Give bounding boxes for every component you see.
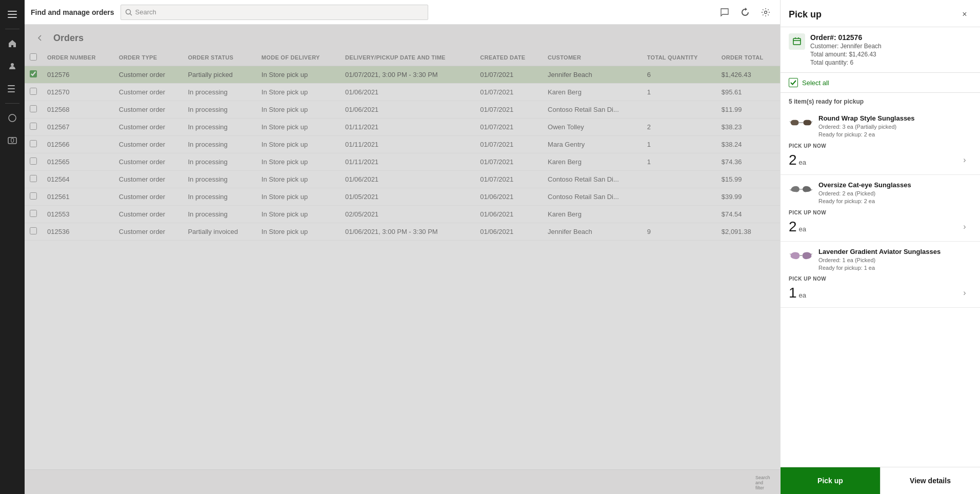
qty-unit: ea xyxy=(799,159,806,166)
svg-rect-19 xyxy=(791,120,799,126)
order-details: Order#: 012576 Customer: Jennifer Beach … xyxy=(810,33,882,66)
item-name: Oversize Cat-eye Sunglasses xyxy=(818,181,972,189)
svg-line-22 xyxy=(790,121,791,123)
svg-rect-20 xyxy=(803,120,811,126)
item-image xyxy=(789,114,813,131)
order-number: Order#: 012576 xyxy=(810,33,882,42)
svg-text:0: 0 xyxy=(10,136,14,144)
nav-list-icon[interactable] xyxy=(2,78,23,99)
pickup-panel: Pick up × Order#: 012576 Customer: Jenni… xyxy=(780,0,980,494)
pickup-now-label: PICK UP NOW xyxy=(789,143,972,149)
item-ordered: Ordered: 2 ea (Picked) xyxy=(818,190,972,197)
item-chevron-right[interactable]: › xyxy=(957,153,972,167)
app-title: Find and manage orders xyxy=(31,8,114,16)
qty-number: 1 xyxy=(789,285,797,301)
panel-footer: Pick up View details xyxy=(781,467,980,494)
svg-rect-5 xyxy=(8,88,15,89)
item-ready: Ready for pickup: 1 ea xyxy=(818,264,972,272)
qty-display: 1 ea xyxy=(789,285,806,301)
nav-home-icon[interactable] xyxy=(2,33,23,54)
select-all-label: Select all xyxy=(802,79,829,87)
svg-rect-2 xyxy=(8,17,17,18)
pickup-now-label: PICK UP NOW xyxy=(789,276,972,282)
svg-rect-0 xyxy=(8,11,17,12)
svg-rect-4 xyxy=(8,85,15,86)
pickup-items-list: Round Wrap Style Sunglasses Ordered: 3 e… xyxy=(781,108,980,467)
order-info-section: Order#: 012576 Customer: Jennifer Beach … xyxy=(781,27,980,73)
svg-line-28 xyxy=(790,253,791,254)
svg-line-11 xyxy=(130,13,132,15)
left-navigation: 0 xyxy=(0,0,25,494)
search-box[interactable]: Search xyxy=(121,5,428,20)
pickup-qty-row: 2 ea › xyxy=(789,219,972,235)
pickup-now-label: PICK UP NOW xyxy=(789,210,972,215)
nav-badge-icon[interactable]: 0 xyxy=(2,130,23,151)
qty-display: 2 ea xyxy=(789,219,806,235)
item-chevron-right[interactable]: › xyxy=(957,220,972,234)
item-text: Lavender Gradient Aviator Sunglasses Ord… xyxy=(818,248,972,272)
main-area: Find and manage orders Search Orders xyxy=(25,0,780,494)
chat-icon[interactable] xyxy=(716,4,733,21)
order-total-amount: Total amount: $1,426.43 xyxy=(810,51,882,58)
order-total-quantity: Total quantity: 6 xyxy=(810,59,882,66)
content-area: Orders ORDER NUMBER ORDER TYPE ORDER STA… xyxy=(25,25,780,494)
overlay xyxy=(25,25,780,494)
qty-number: 2 xyxy=(789,219,797,235)
svg-point-10 xyxy=(126,9,130,14)
svg-line-26 xyxy=(811,189,812,190)
svg-line-25 xyxy=(790,189,791,190)
panel-close-button[interactable]: × xyxy=(957,7,972,22)
pickup-button[interactable]: Pick up xyxy=(781,467,880,494)
item-text: Round Wrap Style Sunglasses Ordered: 3 e… xyxy=(818,114,972,139)
item-ordered: Ordered: 1 ea (Picked) xyxy=(818,256,972,264)
pickup-qty-row: 1 ea › xyxy=(789,285,972,301)
top-bar: Find and manage orders Search xyxy=(25,0,780,25)
search-icon xyxy=(125,9,132,16)
top-bar-actions xyxy=(716,4,774,21)
item-image xyxy=(789,181,813,197)
order-customer: Customer: Jennifer Beach xyxy=(810,43,882,50)
panel-title: Pick up xyxy=(789,9,822,20)
qty-display: 2 ea xyxy=(789,152,806,168)
svg-point-3 xyxy=(11,63,14,66)
svg-rect-15 xyxy=(793,38,801,45)
select-all-icon xyxy=(789,78,798,87)
view-details-button[interactable]: View details xyxy=(880,467,980,494)
svg-point-12 xyxy=(765,11,767,13)
pickup-item: Lavender Gradient Aviator Sunglasses Ord… xyxy=(781,242,980,308)
nav-hamburger-icon[interactable] xyxy=(2,4,23,25)
qty-number: 2 xyxy=(789,152,797,168)
nav-circle-icon[interactable] xyxy=(2,108,23,128)
search-placeholder: Search xyxy=(135,8,156,16)
item-name: Lavender Gradient Aviator Sunglasses xyxy=(818,248,972,255)
svg-line-29 xyxy=(811,253,812,254)
nav-divider xyxy=(5,29,19,29)
panel-header: Pick up × xyxy=(781,0,980,27)
item-ordered: Ordered: 3 ea (Partially picked) xyxy=(818,123,972,131)
items-ready-label: 5 item(s) ready for pickup xyxy=(781,93,980,108)
svg-line-23 xyxy=(811,121,812,123)
settings-icon[interactable] xyxy=(757,4,774,21)
svg-rect-1 xyxy=(8,14,17,15)
refresh-icon[interactable] xyxy=(737,4,753,21)
nav-divider2 xyxy=(5,103,19,104)
order-icon xyxy=(789,33,805,50)
qty-unit: ea xyxy=(799,291,806,299)
svg-rect-6 xyxy=(8,91,15,92)
pickup-item: Oversize Cat-eye Sunglasses Ordered: 2 e… xyxy=(781,175,980,242)
item-image xyxy=(789,248,813,264)
item-ready: Ready for pickup: 2 ea xyxy=(818,131,972,139)
item-ready: Ready for pickup: 2 ea xyxy=(818,197,972,205)
pickup-item: Round Wrap Style Sunglasses Ordered: 3 e… xyxy=(781,108,980,175)
pickup-qty-row: 2 ea › xyxy=(789,152,972,168)
panel-select-all[interactable]: Select all xyxy=(781,73,980,93)
svg-point-7 xyxy=(9,114,16,122)
item-text: Oversize Cat-eye Sunglasses Ordered: 2 e… xyxy=(818,181,972,206)
item-name: Round Wrap Style Sunglasses xyxy=(818,114,972,122)
qty-unit: ea xyxy=(799,225,806,233)
nav-people-icon[interactable] xyxy=(2,56,23,76)
item-chevron-right[interactable]: › xyxy=(957,286,972,300)
